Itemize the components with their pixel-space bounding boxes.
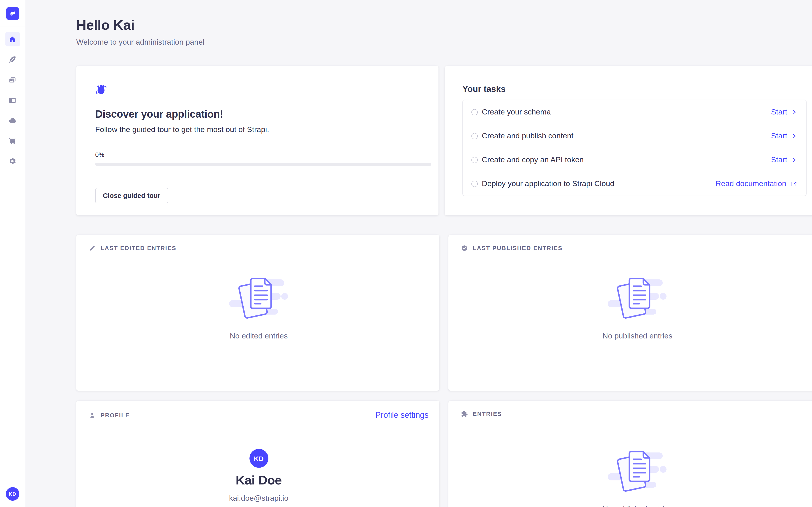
- empty-state-text: No published entries: [603, 505, 672, 507]
- feather-icon: [8, 55, 17, 64]
- read-documentation-link[interactable]: Read documentation: [715, 179, 797, 188]
- task-label: Create and copy an API token: [482, 156, 771, 165]
- sidebar-item-media-library[interactable]: [5, 72, 19, 87]
- empty-state: No published entries: [461, 251, 812, 341]
- empty-state-text: No edited entries: [230, 332, 288, 341]
- task-status-circle: [471, 109, 478, 115]
- strapi-logo-glyph: [8, 9, 16, 17]
- widget-title: LAST EDITED ENTRIES: [101, 245, 176, 251]
- sidebar-item-content-type-builder[interactable]: [5, 93, 19, 107]
- guided-tour-subtitle: Follow the guided tour to get the most o…: [95, 125, 431, 134]
- strapi-admin-homepage: KD Hello Kai Welcome to your administrat…: [0, 0, 812, 507]
- puzzle-icon: [461, 410, 468, 417]
- close-guided-tour-button[interactable]: Close guided tour: [95, 188, 168, 203]
- widget-header: PROFILE Profile settings: [89, 410, 428, 420]
- task-status-circle: [471, 181, 478, 187]
- task-row: Create and copy an API token Start: [463, 148, 806, 172]
- chevron-right-icon: [792, 157, 797, 163]
- task-action-label: Read documentation: [715, 179, 786, 188]
- widget-header: ENTRIES: [461, 410, 812, 417]
- task-status-circle: [471, 157, 478, 163]
- widget-header: LAST EDITED ENTRIES: [89, 245, 428, 251]
- chevron-right-icon: [792, 109, 797, 115]
- profile-email: kai.doe@strapi.io: [229, 494, 288, 503]
- progress-bar: [95, 163, 431, 166]
- empty-documents-illustration: [229, 274, 289, 324]
- last-edited-entries-card: LAST EDITED ENTRIES No edited entries: [76, 235, 439, 391]
- profile-settings-link[interactable]: Profile settings: [375, 410, 428, 420]
- tasks-title: Your tasks: [462, 84, 807, 94]
- profile-name: Kai Doe: [236, 473, 282, 488]
- task-action-label: Start: [771, 131, 787, 140]
- task-action-label: Start: [771, 156, 787, 165]
- home-icon: [9, 36, 16, 43]
- your-tasks-card: Your tasks Create your schema Start Crea…: [445, 66, 812, 215]
- task-row: Create and publish content Start: [463, 124, 806, 148]
- logo-zone: [0, 0, 25, 27]
- layout-icon: [8, 96, 17, 104]
- task-start-link[interactable]: Start: [771, 131, 797, 140]
- main-content: Hello Kai Welcome to your administration…: [25, 0, 812, 507]
- last-published-entries-card: LAST PUBLISHED ENTRIES No published entr…: [448, 235, 812, 391]
- profile-body: KD Kai Doe kai.doe@strapi.io: [89, 420, 428, 507]
- guided-tour-title: Discover your application!: [95, 108, 431, 120]
- page-subtitle: Welcome to your administration panel: [76, 38, 204, 47]
- empty-state: No published entries: [461, 417, 812, 507]
- task-start-link[interactable]: Start: [771, 156, 797, 165]
- task-list: Create your schema Start Create and publ…: [462, 100, 807, 196]
- widget-header: LAST PUBLISHED ENTRIES: [461, 245, 812, 251]
- entries-card: ENTRIES No published entries: [448, 401, 812, 507]
- cloud-icon: [8, 116, 17, 125]
- cart-icon: [8, 136, 17, 145]
- main-sidebar: KD: [0, 0, 25, 507]
- widget-title: ENTRIES: [473, 410, 502, 417]
- empty-state-text: No published entries: [603, 332, 672, 341]
- gear-icon: [8, 157, 17, 165]
- sidebar-item-marketplace[interactable]: [5, 133, 19, 148]
- page-title: Hello Kai: [76, 17, 135, 33]
- sidebar-item-strapi-cloud[interactable]: [5, 113, 19, 127]
- task-label: Create your schema: [482, 108, 771, 116]
- chevron-right-icon: [792, 133, 797, 139]
- user-avatar[interactable]: KD: [6, 487, 19, 501]
- media-library-icon: [8, 75, 17, 84]
- waving-hand-icon: [95, 84, 108, 97]
- check-circle-icon: [461, 245, 468, 251]
- empty-documents-illustration: [608, 447, 667, 497]
- task-label: Create and publish content: [482, 131, 771, 140]
- task-row: Deploy your application to Strapi Cloud …: [463, 172, 806, 195]
- sidebar-item-content-manager[interactable]: [5, 52, 19, 67]
- profile-avatar: KD: [249, 449, 268, 468]
- pencil-icon: [89, 245, 96, 251]
- empty-documents-illustration: [608, 274, 667, 324]
- task-row: Create your schema Start: [463, 100, 806, 124]
- widget-title: PROFILE: [101, 412, 130, 419]
- sidebar-item-settings[interactable]: [5, 154, 19, 168]
- strapi-logo-icon[interactable]: [6, 6, 19, 20]
- profile-card: PROFILE Profile settings KD Kai Doe kai.…: [76, 401, 439, 507]
- sidebar-footer: KD: [0, 481, 25, 507]
- guided-tour-card: Discover your application! Follow the gu…: [76, 66, 439, 215]
- sidebar-item-home[interactable]: [5, 32, 19, 46]
- task-start-link[interactable]: Start: [771, 108, 797, 116]
- external-link-icon: [791, 181, 797, 187]
- sidebar-nav: [5, 27, 19, 168]
- widget-title: LAST PUBLISHED ENTRIES: [473, 245, 563, 251]
- task-status-circle: [471, 133, 478, 139]
- task-action-label: Start: [771, 108, 787, 116]
- progress-label: 0%: [95, 151, 431, 158]
- user-icon: [89, 412, 96, 419]
- task-label: Deploy your application to Strapi Cloud: [482, 179, 715, 188]
- empty-state: No edited entries: [89, 251, 428, 341]
